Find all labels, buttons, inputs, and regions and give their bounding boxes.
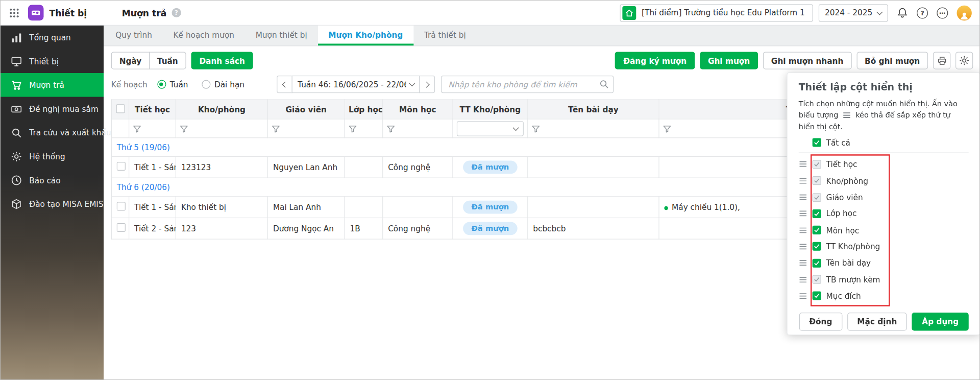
school-selector[interactable]: [Thí điểm] Trường tiểu học Edu Platform … xyxy=(620,4,813,21)
chevron-down-icon xyxy=(513,125,519,131)
column-checkbox[interactable] xyxy=(813,292,821,300)
tab-muon-kho-phong[interactable]: Mượn Kho/phòng xyxy=(318,26,414,45)
sidebar-item-label: Hệ thống xyxy=(29,152,65,161)
view-day-button[interactable]: Ngày xyxy=(111,52,150,69)
drag-handle-icon[interactable] xyxy=(799,210,807,217)
school-year-select[interactable]: 2024 - 2025 xyxy=(819,4,888,21)
search-icon[interactable] xyxy=(600,79,609,88)
app-title: Thiết bị xyxy=(50,8,87,18)
radio-week[interactable]: Tuần xyxy=(157,80,188,89)
next-week-button[interactable] xyxy=(420,76,435,93)
day-group-link[interactable]: Thứ 5 (19/06) xyxy=(117,142,170,152)
row-checkbox[interactable] xyxy=(117,223,126,232)
row-checkbox[interactable] xyxy=(117,202,126,210)
sidebar-menu: Tổng quanThiết bịMượn trảĐề nghị mua sắm… xyxy=(1,26,104,216)
settings-button[interactable] xyxy=(955,52,973,69)
sidebar-item-label: Đào tạo MISA EMIS xyxy=(29,199,103,208)
tab-quy-trinh[interactable]: Quy trình xyxy=(105,26,162,45)
column-item-label: Kho/phòng xyxy=(826,176,868,185)
status-filter-select[interactable] xyxy=(457,121,524,136)
app-grid-icon[interactable] xyxy=(9,8,19,18)
header-select-all-checkbox[interactable] xyxy=(116,104,125,113)
filter-funnel-icon[interactable] xyxy=(133,125,141,133)
cell-ten: bcbcbcb xyxy=(528,218,659,240)
help-icon[interactable]: ? xyxy=(917,7,928,18)
drag-handle-icon[interactable] xyxy=(799,194,807,200)
sidebar-item-tong-quan[interactable]: Tổng quan xyxy=(1,26,104,50)
filter-funnel-icon[interactable] xyxy=(272,125,280,133)
column-item: Kho/phòng xyxy=(799,173,969,189)
column-checkbox[interactable] xyxy=(813,209,821,218)
top-header: Thiết bị Mượn trả ? [Thí điểm] Trường ti… xyxy=(1,1,980,26)
close-button[interactable]: Đóng xyxy=(799,312,842,330)
report-icon xyxy=(11,175,22,185)
view-list-button[interactable]: Danh sách xyxy=(191,52,253,69)
apply-button[interactable]: Áp dụng xyxy=(912,312,969,330)
week-select[interactable]: Tuần 46: 16/06/2025 - 22/06/2025 xyxy=(292,76,420,93)
column-item-label: Giáo viên xyxy=(826,193,863,202)
avatar[interactable] xyxy=(957,5,971,20)
filter-funnel-icon[interactable] xyxy=(663,125,671,133)
column-checkbox xyxy=(813,275,821,284)
filter-funnel-icon[interactable] xyxy=(180,125,188,133)
filter-funnel-icon[interactable] xyxy=(387,125,395,133)
select-all-row[interactable]: Tất cả xyxy=(799,138,969,147)
tab-tra-thiet-bi[interactable]: Trả thiết bị xyxy=(413,26,476,45)
tab-muon-thiet-bi[interactable]: Mượn thiết bị xyxy=(245,26,318,45)
column-header-ten: Tên bài dạy xyxy=(528,100,659,119)
record-borrow-button[interactable]: Ghi mượn xyxy=(700,52,758,69)
drag-handle-icon[interactable] xyxy=(799,243,807,250)
notifications-bell-icon[interactable] xyxy=(897,7,908,18)
column-checkbox[interactable] xyxy=(813,258,821,267)
sidebar-item-muon-tra[interactable]: Mượn trả xyxy=(1,73,104,97)
cell-lop xyxy=(345,197,383,218)
drag-handle-icon[interactable] xyxy=(799,259,807,266)
sidebar-item-dao-tao-misa-emis[interactable]: Đào tạo MISA EMIS xyxy=(1,192,104,216)
filter-funnel-icon[interactable] xyxy=(532,125,540,133)
page-help-icon[interactable]: ? xyxy=(172,8,181,17)
cancel-record-button[interactable]: Bỏ ghi mượn xyxy=(856,52,928,69)
drag-handle-icon[interactable] xyxy=(799,161,807,168)
school-year-value: 2024 - 2025 xyxy=(825,8,872,17)
column-checkbox[interactable] xyxy=(813,226,821,234)
filter-funnel-icon[interactable] xyxy=(349,125,357,133)
app-logo-icon[interactable] xyxy=(28,5,44,21)
radio-long-term[interactable]: Dài hạn xyxy=(202,80,244,89)
gear-icon xyxy=(959,56,969,66)
sidebar-item-he-thong[interactable]: Hệ thống xyxy=(1,145,104,169)
print-button[interactable] xyxy=(933,52,950,69)
column-item: Môn học xyxy=(799,222,969,239)
column-checkbox xyxy=(813,160,821,169)
column-item-label: Tên bài dạy xyxy=(826,258,871,268)
chevron-down-icon xyxy=(409,80,415,86)
drag-handle-icon[interactable] xyxy=(799,276,807,282)
drag-handle-icon[interactable] xyxy=(799,293,807,299)
quick-record-button[interactable]: Ghi mượn nhanh xyxy=(763,52,851,69)
sidebar-item-tra-cuu-va-xuat-khau[interactable]: Tra cứu và xuất khẩu xyxy=(1,121,104,145)
sidebar-item-bao-cao[interactable]: Báo cáo xyxy=(1,168,104,192)
tab-ke-hoach-muon[interactable]: Kế hoạch mượn xyxy=(163,26,245,45)
view-mode-group: Ngày Tuần xyxy=(111,52,186,69)
column-item: Giáo viên xyxy=(799,189,969,205)
drag-handle-icon[interactable] xyxy=(799,177,807,184)
panel-select-all-checkbox[interactable] xyxy=(813,138,821,147)
column-item: TT Kho/phòng xyxy=(799,239,969,255)
column-settings-panel: Thiết lập cột hiển thị Tích chọn những c… xyxy=(787,73,980,335)
school-name: [Thí điểm] Trường tiểu học Edu Platform … xyxy=(642,8,805,17)
day-group-link[interactable]: Thứ 6 (20/06) xyxy=(117,182,170,192)
sidebar-item-thiet-bi[interactable]: Thiết bị xyxy=(1,50,104,74)
sidebar-item-de-nghi-mua-sam[interactable]: Đề nghị mua sắm xyxy=(1,97,104,121)
search-input[interactable] xyxy=(442,76,614,93)
register-borrow-button[interactable]: Đăng ký mượn xyxy=(615,52,695,69)
column-checkbox[interactable] xyxy=(813,242,821,251)
header-left: Thiết bị Mượn trả ? xyxy=(9,5,181,21)
more-options-icon[interactable]: ⋯ xyxy=(937,7,948,18)
page-title: Mượn trả xyxy=(122,8,166,18)
drag-handle-icon[interactable] xyxy=(799,227,807,233)
row-checkbox[interactable] xyxy=(117,162,126,171)
panel-title: Thiết lập cột hiển thị xyxy=(799,82,969,93)
view-week-button[interactable]: Tuần xyxy=(149,52,186,69)
prev-week-button[interactable] xyxy=(277,76,293,93)
default-button[interactable]: Mặc định xyxy=(847,312,907,330)
chevron-left-icon xyxy=(282,81,288,87)
